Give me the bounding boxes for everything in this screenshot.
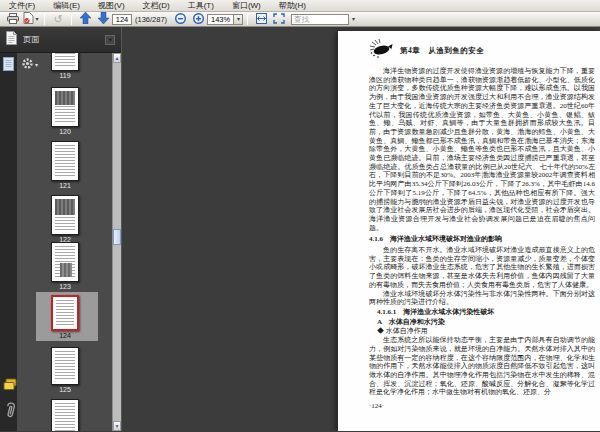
pages-panel-header: 页面 ◂ bbox=[0, 27, 121, 53]
zoom-out-icon bbox=[175, 10, 186, 28]
chevron-down-icon: ▾ bbox=[352, 16, 355, 22]
thumbnail-label: 125 bbox=[59, 386, 71, 393]
search-input[interactable] bbox=[291, 14, 349, 25]
export-button[interactable]: ▾ bbox=[23, 12, 39, 26]
menu-document[interactable]: 文档(D) bbox=[134, 0, 179, 12]
zoom-dropdown-button[interactable]: ▾ bbox=[234, 14, 243, 25]
printer-icon bbox=[7, 10, 19, 28]
pages-tab[interactable] bbox=[3, 57, 14, 75]
rotate-button-disabled: ↺ bbox=[50, 12, 66, 26]
zoom-level-value[interactable]: 143% bbox=[207, 14, 234, 25]
thumbnail-page-125[interactable]: 125 bbox=[17, 347, 113, 393]
document-view-area[interactable]: 第4章 从渔到鱼的安全 海洋生物资源的过度开发使得渔业资源的增殖与恢复能力下降，… bbox=[122, 27, 600, 431]
thumbnail-panel: ▾ 119 120 121 122 bbox=[17, 53, 121, 431]
pages-panel-title: 页面 bbox=[23, 34, 105, 45]
thumbnail-page-123[interactable]: 123 bbox=[17, 242, 113, 290]
scrollbar-down-button[interactable]: ▼ bbox=[113, 421, 121, 431]
comments-icon bbox=[3, 377, 17, 394]
subsection-heading: 4.1.6.1 海洋渔业水域水体污染性破坏 bbox=[377, 308, 595, 317]
paragraph: 鱼的生存离不开水。渔业水域环境破坏对渔业造成最直接意义上的危害，主要表现在：鱼类… bbox=[369, 246, 595, 290]
zoom-out-button[interactable] bbox=[172, 12, 188, 26]
fit-width-icon bbox=[255, 10, 268, 28]
page-icon bbox=[6, 31, 17, 49]
thumbnail-label: 123 bbox=[59, 283, 71, 290]
thumbnail-page-120[interactable]: 120 bbox=[17, 87, 113, 135]
paragraph: 渔业水域环境破坏分水体污染性与非水体污染性两种。下面分别对这两种性质的污染进行介… bbox=[369, 290, 595, 307]
thumbnail-scrollbar[interactable]: ▲ ▼ bbox=[112, 53, 121, 431]
thumbnail-label: 121 bbox=[59, 182, 71, 189]
arrow-up-icon bbox=[80, 10, 91, 28]
paragraph: 生态系统之所以能保持动态平衡，主要是由于内部具有自动调节的能力，例如对污染物质来… bbox=[369, 336, 595, 397]
next-page-button[interactable] bbox=[95, 12, 111, 26]
search-dropdown-button[interactable]: ▾ bbox=[349, 14, 357, 25]
fit-page-button[interactable] bbox=[271, 12, 287, 26]
chapter-title: 第4章 从渔到鱼的安全 bbox=[400, 46, 484, 56]
thumbnail-label: 120 bbox=[59, 128, 71, 135]
previous-page-button[interactable] bbox=[77, 12, 93, 26]
comments-tab[interactable] bbox=[3, 377, 17, 395]
arrow-down-icon bbox=[98, 10, 109, 28]
thumbnail-page-124-selected[interactable]: 124 bbox=[17, 295, 113, 339]
find-box: ▾ bbox=[291, 14, 357, 25]
toolbar-separator bbox=[247, 13, 248, 25]
thumbnail-page-126[interactable] bbox=[17, 399, 113, 431]
page-count-label: (136/287) bbox=[135, 15, 167, 24]
thumbnail-page-119[interactable]: 119 bbox=[17, 53, 113, 79]
thumbnail-page-122[interactable]: 122 bbox=[17, 195, 113, 243]
print-button[interactable] bbox=[5, 12, 21, 26]
scroll-down-icon: ▼ bbox=[115, 424, 120, 429]
bullet-item: ◆ 水体自净作用 bbox=[377, 327, 595, 336]
panel-collapse-button[interactable]: ◂ bbox=[105, 35, 115, 45]
chevron-down-icon: ▾ bbox=[237, 16, 240, 22]
fit-page-icon bbox=[273, 10, 285, 28]
thumbnail-label: 119 bbox=[59, 72, 70, 79]
toolbar: ▾ ↺ (136/287) 143% ▾ bbox=[0, 12, 600, 27]
export-dropdown-caret[interactable]: ▾ bbox=[35, 16, 38, 22]
fish-illustration-icon bbox=[369, 39, 393, 63]
scroll-up-icon: ▲ bbox=[115, 56, 120, 61]
paragraph: 海洋生物资源的过度开发使得渔业资源的增殖与恢复能力下降，重要渔区的渔获物种类日趋… bbox=[369, 67, 595, 232]
paperclip-icon bbox=[3, 405, 16, 422]
page-number-input[interactable] bbox=[112, 14, 132, 25]
menu-view[interactable]: 视图(V) bbox=[89, 0, 134, 12]
navigation-sidebar: 页面 ◂ bbox=[0, 27, 122, 431]
toolbar-separator bbox=[44, 13, 45, 25]
attachments-tab[interactable] bbox=[3, 400, 16, 423]
navigation-tab-strip bbox=[0, 53, 17, 431]
document-page: 第4章 从渔到鱼的安全 海洋生物资源的过度开发使得渔业资源的增殖与恢复能力下降，… bbox=[338, 31, 600, 431]
page-footer-number: ·124· bbox=[369, 402, 595, 411]
toolbar-separator bbox=[71, 13, 72, 25]
scrollbar-up-button[interactable]: ▲ bbox=[113, 53, 121, 63]
scrollbar-thumb[interactable] bbox=[113, 229, 121, 245]
export-document-icon bbox=[23, 10, 34, 28]
zoom-in-button[interactable] bbox=[190, 12, 206, 26]
fit-width-button[interactable] bbox=[253, 12, 269, 26]
thumbnail-label: 124 bbox=[59, 332, 71, 339]
pages-tab-icon bbox=[3, 57, 14, 74]
thumbnail-page-121[interactable]: 121 bbox=[17, 141, 113, 189]
chapter-header: 第4章 从渔到鱼的安全 bbox=[369, 39, 595, 63]
panel-collapse-icon: ◂ bbox=[109, 37, 112, 42]
section-heading: 4.1.6 海洋渔业水域环境破坏对渔业的影响 bbox=[369, 235, 595, 244]
subsection-heading: A 水体自净和水污染 bbox=[377, 318, 595, 327]
page-body-text: 海洋生物资源的过度开发使得渔业资源的增殖与恢复能力下降，重要渔区的渔获物种类日趋… bbox=[369, 67, 595, 411]
zoom-in-icon bbox=[193, 10, 204, 28]
rotate-icon: ↺ bbox=[53, 14, 62, 25]
